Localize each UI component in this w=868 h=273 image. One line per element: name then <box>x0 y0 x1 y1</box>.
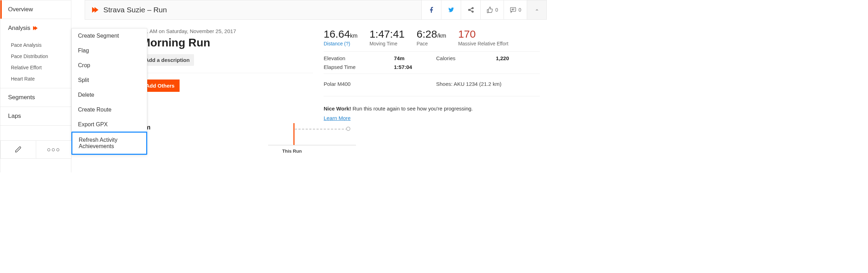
secondary-stats: Elevation 74m Calories 1,220 Elapsed Tim… <box>324 51 540 70</box>
collapse-button[interactable] <box>527 0 546 19</box>
activity-stats: 16.64km Distance (?) 1:47:41 Moving Time… <box>324 28 547 131</box>
nice-work-text: Run this route again to see how you're p… <box>351 106 473 112</box>
chart-endpoint-icon <box>346 127 350 131</box>
elevation-label: Elevation <box>324 55 394 61</box>
pencil-icon <box>15 146 22 153</box>
nice-work-bold: Nice Work! <box>324 106 351 112</box>
pace-value: 6:28 <box>417 28 437 40</box>
dd-create-route[interactable]: Create Route <box>72 102 147 117</box>
stat-relative-effort: 170 Massive Relative Effort <box>458 28 509 46</box>
sidebar-tools: ○○○ <box>0 140 72 159</box>
dd-refresh-achievements[interactable]: Refresh Activity Achievements <box>71 132 147 155</box>
svg-point-0 <box>468 9 470 11</box>
sidebar-segments[interactable]: Segments <box>0 88 71 107</box>
twitter-icon <box>448 6 455 13</box>
elapsed-value: 1:57:04 <box>394 64 436 70</box>
sidebar-analysis-label: Analysis <box>8 25 30 32</box>
thumbs-up-icon <box>486 6 493 13</box>
nice-work-card: Nice Work! Run this route again to see h… <box>324 96 540 122</box>
stat-moving-time: 1:47:41 Moving Time <box>369 28 404 46</box>
sidebar-overview[interactable]: Overview <box>0 0 71 19</box>
stat-pace: 6:28/km Pace <box>417 28 446 46</box>
pace-unit: /km <box>437 33 446 39</box>
pace-label: Pace <box>417 41 446 46</box>
sidebar-laps[interactable]: Laps <box>0 107 71 126</box>
calories-label: Calories <box>436 55 496 61</box>
moving-time-value: 1:47:41 <box>369 28 404 40</box>
caret-up-icon <box>533 6 540 13</box>
activity-timestamp: :51 AM on Saturday, November 25, 2017 <box>141 28 313 34</box>
content: :51 AM on Saturday, November 25, 2017 Mo… <box>85 20 547 131</box>
sidebar-sub-relative-effort[interactable]: Relative Effort <box>0 62 71 73</box>
sidebar-sub-pace-distribution[interactable]: Pace Distribution <box>0 51 71 62</box>
edit-button[interactable] <box>0 140 36 159</box>
add-description-button[interactable]: Add a description <box>141 54 194 66</box>
comments-button[interactable]: 0 <box>504 0 527 19</box>
more-actions-button[interactable]: ○○○ <box>36 140 72 159</box>
facebook-icon <box>428 6 435 13</box>
shoes-info: Shoes: AKU 1234 (21.2 km) <box>436 81 501 87</box>
activity-title: Morning Run <box>141 36 313 49</box>
chevron-right-icon <box>33 25 39 31</box>
svg-point-1 <box>472 7 473 9</box>
dd-split[interactable]: Split <box>72 73 147 88</box>
share-facebook-button[interactable] <box>421 0 441 19</box>
dd-delete[interactable]: Delete <box>72 88 147 102</box>
effort-label: Massive Relative Effort <box>458 41 509 46</box>
moving-time-label: Moving Time <box>369 41 404 46</box>
distance-unit: km <box>350 33 357 39</box>
divider <box>141 73 313 73</box>
learn-more-link[interactable]: Learn More <box>324 114 540 122</box>
calories-value: 1,220 <box>496 55 509 61</box>
svg-rect-3 <box>510 7 516 11</box>
header-title: Strava Suzie – Run <box>85 6 421 14</box>
sidebar-analysis[interactable]: Analysis <box>0 19 71 37</box>
chart-this-run-label: This Run <box>282 148 302 154</box>
chart-marker <box>293 123 294 145</box>
header-bar: Strava Suzie – Run 0 0 <box>85 0 547 20</box>
kudos-button[interactable]: 0 <box>480 0 504 19</box>
sidebar-overview-label: Overview <box>8 6 33 13</box>
share-icon <box>467 6 474 13</box>
comments-count: 0 <box>519 7 522 13</box>
dd-crop[interactable]: Crop <box>72 58 147 73</box>
dd-export-gpx[interactable]: Export GPX <box>72 117 147 132</box>
sidebar-analysis-subs: Pace Analysis Pace Distribution Relative… <box>0 37 71 88</box>
sidebar-sub-pace-analysis[interactable]: Pace Analysis <box>0 39 71 51</box>
share-button[interactable] <box>461 0 480 19</box>
effort-value: 170 <box>458 28 476 40</box>
dd-flag[interactable]: Flag <box>72 43 147 58</box>
svg-point-2 <box>472 11 473 12</box>
strava-logo-icon <box>92 6 100 14</box>
sidebar-sub-heart-rate[interactable]: Heart Rate <box>0 73 71 84</box>
comment-icon <box>510 6 517 13</box>
device-name: Polar M400 <box>324 81 436 87</box>
chart-baseline <box>268 145 356 145</box>
actions-dropdown: Create Segment Flag Crop Split Delete Cr… <box>71 28 147 155</box>
chart-dashed-line <box>295 129 348 129</box>
distance-label-link[interactable]: Distance (?) <box>324 41 350 46</box>
header-title-text: Strava Suzie – Run <box>103 6 167 14</box>
km-label: km <box>141 123 313 131</box>
distance-value: 16.64 <box>324 28 350 40</box>
elevation-value: 74m <box>394 55 436 61</box>
sidebar-segments-label: Segments <box>8 94 35 101</box>
stat-distance: 16.64km Distance (?) <box>324 28 357 46</box>
kudos-count: 0 <box>495 7 498 13</box>
more-icon: ○○○ <box>47 146 61 153</box>
sidebar-laps-label: Laps <box>8 113 21 120</box>
share-twitter-button[interactable] <box>441 0 461 19</box>
sidebar: Overview Analysis Pace Analysis Pace Dis… <box>0 0 71 172</box>
header-actions: 0 0 <box>421 0 546 19</box>
dd-create-segment[interactable]: Create Segment <box>72 28 147 43</box>
gear-row: Polar M400 Shoes: AKU 1234 (21.2 km) <box>324 74 540 87</box>
elapsed-label: Elapsed Time <box>324 64 394 70</box>
